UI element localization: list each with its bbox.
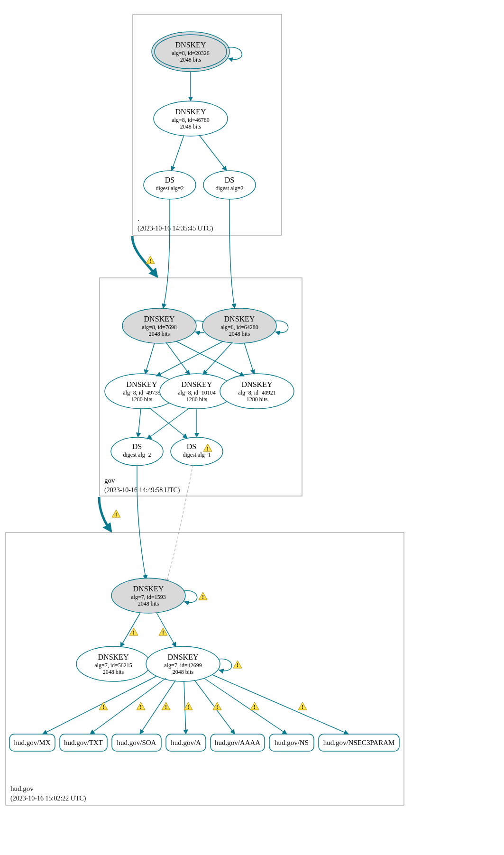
warning-icon — [184, 702, 192, 710]
svg-text:DNSKEY: DNSKEY — [175, 41, 206, 49]
e-govds1-hudksk — [137, 466, 146, 579]
rrset-a: hud.gov/A — [166, 734, 206, 751]
node-gov-ds2: DS digest alg=1 — [171, 437, 223, 466]
warning-icon — [99, 702, 108, 710]
svg-text:alg=8, id=64280: alg=8, id=64280 — [220, 324, 258, 331]
node-gov-ksk1: DNSKEY alg=8, id=7698 2048 bits — [122, 308, 196, 343]
e-k1-z2 — [166, 342, 190, 375]
svg-text:hud.gov/MX: hud.gov/MX — [14, 739, 50, 746]
svg-text:hud.gov/TXT: hud.gov/TXT — [64, 739, 103, 746]
svg-text:2048 bits: 2048 bits — [103, 669, 124, 675]
warning-icon — [137, 702, 145, 710]
svg-text:2048 bits: 2048 bits — [229, 331, 250, 337]
warning-icon — [146, 256, 155, 264]
edge-ds1-govksk1 — [163, 199, 170, 308]
svg-text:DNSKEY: DNSKEY — [98, 653, 129, 661]
svg-text:1280 bits: 1280 bits — [247, 396, 268, 403]
svg-text:hud.gov/NSEC3PARAM: hud.gov/NSEC3PARAM — [323, 739, 395, 746]
rrset-row: hud.gov/MX hud.gov/TXT hud.gov/SOA hud.g… — [9, 734, 399, 751]
e-z2-d1 — [147, 408, 190, 439]
node-gov-ds1: DS digest alg=2 — [111, 437, 163, 466]
e-k2-z2 — [203, 342, 232, 375]
rrset-soa: hud.gov/SOA — [112, 734, 161, 751]
rrset-txt: hud.gov/TXT — [60, 734, 107, 751]
edge-ds2-govksk2 — [229, 199, 235, 308]
svg-text:DS: DS — [132, 442, 142, 450]
warning-icon — [250, 702, 259, 710]
warning-icon — [298, 702, 307, 710]
svg-text:2048 bits: 2048 bits — [138, 600, 159, 607]
warning-icon — [233, 661, 242, 669]
svg-text:alg=8, id=46780: alg=8, id=46780 — [172, 117, 210, 123]
svg-text:1280 bits: 1280 bits — [131, 396, 153, 403]
svg-text:alg=8, id=7698: alg=8, id=7698 — [142, 324, 177, 331]
e-hudksk-z1 — [120, 613, 140, 647]
svg-text:hud.gov/SOA: hud.gov/SOA — [117, 739, 156, 746]
svg-text:2048 bits: 2048 bits — [173, 669, 194, 675]
e-govds2-hudksk — [166, 465, 193, 583]
node-hud-zsk2: DNSKEY alg=7, id=42699 2048 bits — [146, 646, 220, 681]
node-root-zsk: DNSKEY alg=8, id=46780 2048 bits — [154, 101, 228, 136]
svg-text:DS: DS — [187, 442, 196, 450]
svg-text:DNSKEY: DNSKEY — [127, 380, 157, 388]
svg-text:digest alg=1: digest alg=1 — [183, 451, 211, 458]
svg-text:alg=8, id=49735: alg=8, id=49735 — [123, 389, 161, 396]
svg-text:DNSKEY: DNSKEY — [242, 380, 273, 388]
svg-text:DNSKEY: DNSKEY — [144, 315, 175, 323]
svg-text:2048 bits: 2048 bits — [149, 331, 170, 337]
svg-text:hud.gov/NS: hud.gov/NS — [275, 739, 309, 746]
delegation-root-gov — [132, 236, 157, 276]
svg-text:DNSKEY: DNSKEY — [175, 108, 206, 116]
svg-text:DNSKEY: DNSKEY — [133, 585, 164, 593]
node-hud-zsk1: DNSKEY alg=7, id=58215 2048 bits — [76, 646, 150, 681]
node-gov-zsk3: DNSKEY alg=8, id=40921 1280 bits — [220, 374, 294, 409]
e-k2-z3 — [244, 343, 254, 374]
warning-icon — [199, 592, 207, 600]
dnssec-graph: ! . (2023-10-16 14:35:45 UTC) DNSKEY alg… — [0, 0, 504, 855]
rrset-mx: hud.gov/MX — [9, 734, 55, 751]
node-root-ds2: DS digest alg=2 — [203, 171, 256, 199]
e-z2-nsec3 — [212, 675, 348, 734]
svg-text:DNSKEY: DNSKEY — [224, 315, 255, 323]
node-root-ds1: DS digest alg=2 — [144, 171, 196, 199]
zone-name-hud: hud.gov — [10, 785, 34, 792]
zone-name-gov: gov — [104, 477, 115, 484]
selfloop-root-ksk — [228, 47, 242, 60]
rrset-ns: hud.gov/NS — [269, 734, 314, 751]
warning-icon — [112, 510, 120, 518]
rrset-aaaa: hud.gov/AAAA — [211, 734, 265, 751]
svg-text:digest alg=2: digest alg=2 — [156, 185, 183, 192]
zone-name-root: . — [137, 215, 139, 222]
zone-time-hud: (2023-10-16 15:02:22 UTC) — [10, 795, 86, 802]
e-hudksk-z2 — [156, 613, 176, 647]
node-hud-ksk: DNSKEY alg=7, id=1593 2048 bits — [111, 578, 185, 613]
svg-text:digest alg=2: digest alg=2 — [123, 451, 151, 458]
svg-text:alg=7, id=42699: alg=7, id=42699 — [164, 662, 202, 669]
e-z1-d1 — [138, 409, 141, 437]
svg-text:DNSKEY: DNSKEY — [182, 380, 212, 388]
svg-text:DNSKEY: DNSKEY — [168, 653, 199, 661]
svg-text:DS: DS — [165, 176, 174, 184]
rrset-nsec3param: hud.gov/NSEC3PARAM — [319, 734, 399, 751]
svg-text:alg=8, id=10104: alg=8, id=10104 — [178, 389, 216, 396]
edge-rootzsk-ds1 — [172, 135, 184, 171]
e-k1-z1 — [145, 343, 155, 374]
svg-text:DS: DS — [225, 176, 234, 184]
svg-text:hud.gov/AAAA: hud.gov/AAAA — [215, 739, 260, 746]
svg-text:digest alg=2: digest alg=2 — [215, 185, 243, 192]
zone-time-root: (2023-10-16 14:35:45 UTC) — [137, 225, 213, 232]
e-z2-soa — [140, 680, 175, 734]
zone-time-gov: (2023-10-16 14:49:58 UTC) — [104, 487, 180, 494]
svg-text:2048 bits: 2048 bits — [180, 123, 202, 130]
svg-text:alg=8, id=40921: alg=8, id=40921 — [238, 389, 276, 396]
edge-rootzsk-ds2 — [199, 135, 227, 171]
svg-text:1280 bits: 1280 bits — [186, 396, 208, 403]
svg-text:alg=8, id=20326: alg=8, id=20326 — [172, 50, 210, 56]
delegation-gov-hud — [99, 497, 111, 531]
svg-text:alg=7, id=58215: alg=7, id=58215 — [94, 662, 132, 669]
e-k2-z1 — [156, 341, 223, 376]
node-gov-ksk2: DNSKEY alg=8, id=64280 2048 bits — [202, 308, 276, 343]
svg-text:hud.gov/A: hud.gov/A — [171, 739, 201, 746]
node-root-ksk: DNSKEY alg=8, id=20326 2048 bits — [152, 32, 229, 72]
svg-text:alg=7, id=1593: alg=7, id=1593 — [131, 594, 166, 600]
